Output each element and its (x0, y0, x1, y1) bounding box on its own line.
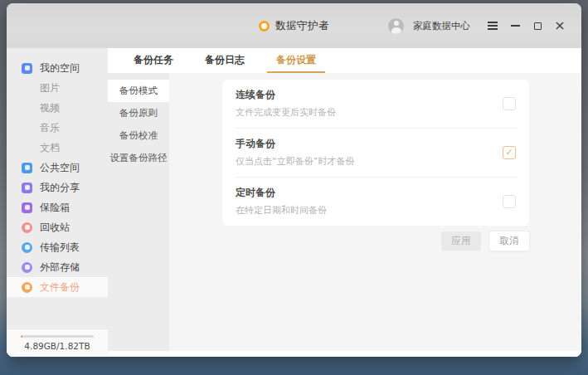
option-scheduled-backup: 定时备份 在特定日期和时间备份 (236, 178, 516, 226)
sidebar-item-label: 音乐 (40, 121, 60, 135)
option-description: 在特定日期和时间备份 (236, 204, 503, 217)
sidebar-item-external-storage[interactable]: 外部存储 (7, 257, 108, 277)
public-space-icon (22, 163, 32, 173)
app-window: 数据守护者 家庭数据中心 我的空间 图片 视频 (7, 3, 581, 357)
continuous-backup-checkbox[interactable] (503, 97, 516, 110)
user-avatar[interactable] (388, 18, 404, 34)
storage-progress-fill (21, 335, 22, 338)
maximize-button[interactable] (531, 19, 544, 32)
settings-content: 连续备份 文件完成变更后实时备份 手动备份 仅当点击“立即备份”时才备份 (169, 73, 581, 351)
user-name[interactable]: 家庭数据中心 (413, 20, 470, 32)
option-continuous-backup: 连续备份 文件完成变更后实时备份 (236, 80, 516, 129)
app-shield-icon (259, 21, 270, 32)
sidebar-item-pictures[interactable]: 图片 (7, 78, 108, 98)
titlebar-right: 家庭数据中心 (388, 3, 566, 48)
sidebar-item-videos[interactable]: 视频 (7, 98, 108, 118)
option-description: 仅当点击“立即备份”时才备份 (236, 155, 503, 168)
manual-backup-checkbox[interactable] (503, 146, 516, 159)
storage-info: 4.89GB/1.82TB (7, 329, 108, 357)
option-manual-backup: 手动备份 仅当点击“立即备份”时才备份 (236, 129, 516, 178)
option-description: 文件完成变更后实时备份 (236, 106, 503, 119)
tab-backup-settings[interactable]: 备份设置 (267, 48, 325, 73)
close-button[interactable] (553, 19, 566, 32)
subnav-backup-mode[interactable]: 备份模式 (108, 80, 169, 102)
scheduled-backup-checkbox[interactable] (503, 195, 516, 208)
sidebar-item-label: 视频 (40, 101, 60, 115)
sidebar-item-label: 我的分享 (40, 181, 80, 195)
sidebar-item-label: 传输列表 (40, 241, 80, 255)
apply-button[interactable]: 应用 (441, 231, 481, 251)
my-space-icon (22, 63, 32, 74)
sidebar-item-recycle-bin[interactable]: 回收站 (7, 217, 108, 237)
sidebar-item-safe-box[interactable]: 保险箱 (7, 197, 108, 217)
window-body: 我的空间 图片 视频 音乐 文档 公共空间 (7, 48, 581, 357)
settings-row: 备份模式 备份原则 备份校准 设置备份路径 连续备份 文件完成变更后实时备份 (108, 73, 581, 351)
sidebar-item-label: 图片 (40, 81, 60, 95)
menu-button[interactable] (486, 19, 499, 32)
storage-progress-bar (21, 335, 94, 338)
file-backup-icon (22, 282, 32, 293)
sidebar-item-my-space[interactable]: 我的空间 (7, 58, 108, 78)
sidebar-item-file-backup[interactable]: 文件备份 (7, 277, 108, 297)
tab-bar: 备份任务 备份日志 备份设置 (108, 48, 581, 73)
avatar-body (391, 27, 401, 34)
maximize-icon (534, 22, 542, 30)
storage-text: 4.89GB/1.82TB (24, 341, 90, 351)
hamburger-icon (488, 22, 498, 30)
sidebar: 我的空间 图片 视频 音乐 文档 公共空间 (7, 48, 108, 357)
option-title: 手动备份 (236, 137, 503, 151)
titlebar: 数据守护者 家庭数据中心 (7, 3, 581, 48)
action-buttons: 应用 取消 (222, 231, 529, 251)
main-area: 备份任务 备份日志 备份设置 备份模式 备份原则 备份校准 设置备份路径 连续备… (108, 48, 581, 357)
option-title: 定时备份 (236, 186, 503, 200)
sidebar-nav: 我的空间 图片 视频 音乐 文档 公共空间 (7, 48, 108, 329)
sidebar-item-label: 回收站 (40, 221, 70, 235)
sidebar-item-label: 保险箱 (40, 201, 70, 215)
app-identity: 数据守护者 (259, 19, 329, 33)
backup-mode-card: 连续备份 文件完成变更后实时备份 手动备份 仅当点击“立即备份”时才备份 (222, 80, 529, 226)
sidebar-item-music[interactable]: 音乐 (7, 118, 108, 138)
sidebar-item-label: 文件备份 (40, 280, 80, 295)
sidebar-item-label: 公共空间 (40, 161, 80, 175)
my-share-icon (22, 183, 32, 193)
minimize-button[interactable] (508, 19, 522, 32)
tab-backup-logs[interactable]: 备份日志 (196, 48, 254, 73)
sidebar-item-documents[interactable]: 文档 (7, 138, 108, 158)
subnav-backup-path[interactable]: 设置备份路径 (108, 147, 169, 169)
safe-box-icon (22, 202, 32, 213)
sidebar-item-public-space[interactable]: 公共空间 (7, 158, 108, 178)
sidebar-item-label: 我的空间 (40, 61, 80, 75)
tab-backup-tasks[interactable]: 备份任务 (124, 48, 182, 73)
sidebar-item-my-share[interactable]: 我的分享 (7, 178, 108, 197)
sidebar-item-label: 文档 (40, 141, 60, 155)
minimize-icon (511, 25, 520, 27)
avatar-head (394, 21, 399, 26)
subnav-backup-calibration[interactable]: 备份校准 (108, 124, 169, 147)
app-title: 数据守护者 (275, 19, 329, 33)
sidebar-item-label: 外部存储 (40, 261, 80, 275)
sidebar-item-transfer-list[interactable]: 传输列表 (7, 237, 108, 257)
settings-subnav: 备份模式 备份原则 备份校准 设置备份路径 (108, 73, 169, 351)
bottom-strip (108, 351, 581, 357)
transfer-list-icon (22, 242, 32, 253)
option-title: 连续备份 (236, 88, 503, 102)
subnav-backup-principle[interactable]: 备份原则 (108, 102, 169, 124)
recycle-bin-icon (22, 222, 32, 233)
cancel-button[interactable]: 取消 (489, 231, 529, 251)
external-storage-icon (22, 262, 32, 273)
